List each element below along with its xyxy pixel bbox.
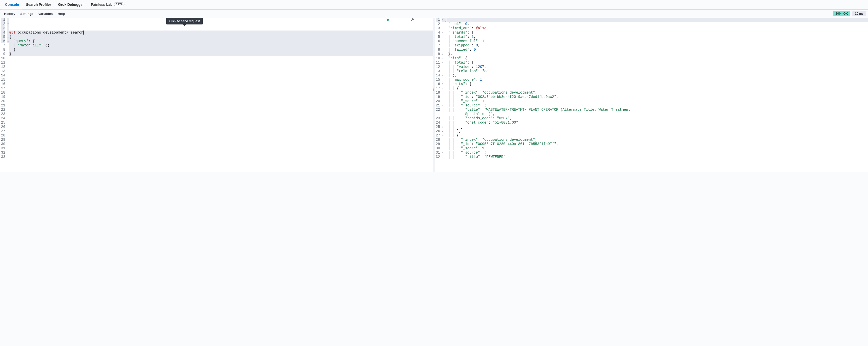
pane-divider[interactable]: || — [433, 18, 435, 172]
status-badge: 200 - OK — [833, 11, 850, 16]
request-fold-column[interactable]: ▾▾▴▴ — [7, 18, 9, 172]
dev-tools-tabs: Console Search Profiler Grok Debugger Pa… — [0, 0, 868, 9]
drag-handle-icon: || — [433, 88, 433, 91]
play-icon[interactable] — [387, 18, 408, 30]
request-gutter: 1234567891011121314151617181920212223242… — [0, 18, 7, 172]
toolbar-help[interactable]: Help — [55, 10, 67, 17]
toolbar-settings[interactable]: Settings — [18, 10, 36, 17]
send-request-tooltip: Click to send request — [166, 18, 203, 25]
request-actions — [387, 18, 432, 22]
wrench-icon[interactable] — [410, 18, 432, 30]
console-panes: 1234567891011121314151617181920212223242… — [0, 18, 868, 172]
console-toolbar: History Settings Variables Help Click to… — [0, 9, 868, 18]
response-status-area: 200 - OK 10 ms — [833, 11, 866, 16]
response-fold-column[interactable]: ▾▾▴▾▾▴▾▾▾▴▴▾▾ — [441, 18, 444, 172]
beta-badge: BETA — [114, 2, 124, 6]
response-gutter: 1234567891011121314151617181920212223242… — [435, 18, 441, 172]
tab-console[interactable]: Console — [1, 0, 23, 9]
request-code[interactable]: GET occupations_development/_search{ "qu… — [9, 18, 433, 172]
tab-painless-lab[interactable]: Painless Lab BETA — [87, 0, 128, 9]
tab-painless-lab-label: Painless Lab — [91, 2, 113, 6]
response-code: { "took": 0, "timed_out": false, "_shard… — [444, 18, 868, 172]
tab-search-profiler[interactable]: Search Profiler — [23, 0, 55, 9]
response-time-badge: 10 ms — [852, 11, 866, 16]
request-editor[interactable]: 1234567891011121314151617181920212223242… — [0, 18, 433, 172]
tab-grok-debugger[interactable]: Grok Debugger — [55, 0, 87, 9]
toolbar-history[interactable]: History — [1, 10, 18, 17]
response-viewer[interactable]: 1234567891011121314151617181920212223242… — [435, 18, 868, 172]
toolbar-variables[interactable]: Variables — [36, 10, 55, 17]
